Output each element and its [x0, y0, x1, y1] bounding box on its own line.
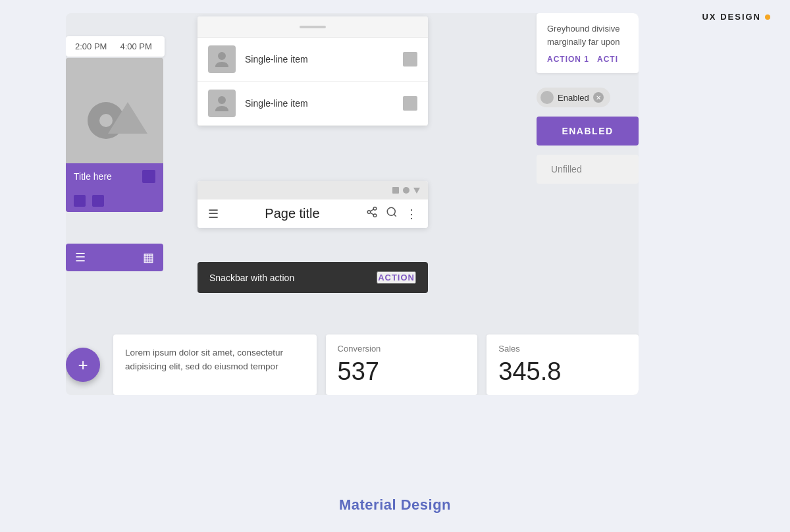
- svg-point-7: [367, 211, 371, 214]
- list-panel: Single-line item Single-line item: [198, 16, 428, 126]
- svg-point-3: [99, 114, 113, 127]
- svg-line-10: [370, 209, 373, 211]
- app-bar-toolbar: ☰ Page title ⋮: [198, 200, 428, 228]
- branding-text: UX DESIGN: [702, 12, 761, 22]
- fab-button[interactable]: +: [66, 348, 100, 382]
- branding: UX DESIGN: [702, 12, 770, 22]
- media-card-title: Title here: [74, 171, 112, 182]
- list-item-text-2: Single-line item: [245, 98, 394, 109]
- conversion-metric-card: Conversion 537: [326, 334, 478, 395]
- chip[interactable]: Enabled ✕: [537, 88, 610, 107]
- svg-point-4: [218, 52, 226, 60]
- sales-label: Sales: [498, 344, 627, 354]
- window-control-triangle: [413, 188, 420, 194]
- avatar-icon-2: [213, 94, 231, 113]
- list-item-control-2[interactable]: [403, 96, 417, 111]
- list-item-control-1[interactable]: [403, 52, 417, 66]
- app-bar-window-controls: [198, 181, 428, 200]
- svg-line-9: [370, 213, 373, 215]
- enabled-button[interactable]: ENABLED: [537, 117, 639, 146]
- share-icon[interactable]: [366, 206, 378, 221]
- fab-icon: +: [78, 355, 88, 375]
- list-item-text-1: Single-line item: [245, 54, 394, 65]
- list-item[interactable]: Single-line item: [198, 38, 428, 82]
- app-bar: ☰ Page title ⋮: [198, 181, 428, 228]
- preview-box: 2:00 PM 4:00 PM Title here ☰: [66, 13, 639, 395]
- sales-value: 345.8: [498, 358, 627, 386]
- media-card-actions: [66, 190, 163, 212]
- card-snippet-text: Greyhound divisive marginally far upon: [547, 22, 628, 48]
- list-item[interactable]: Single-line item: [198, 82, 428, 126]
- cal-icon1[interactable]: ☰: [75, 250, 86, 265]
- footer-label: Material Design: [339, 496, 451, 514]
- media-card: Title here: [66, 58, 163, 212]
- avatar-icon-1: [213, 50, 231, 68]
- lorem-text: Lorem ipsum dolor sit amet, consectetur …: [125, 346, 305, 374]
- media-card-icon: [142, 170, 155, 183]
- more-vert-icon[interactable]: ⋮: [406, 207, 417, 221]
- card-actions: ACTION 1 ACTI: [547, 55, 628, 64]
- card-action-1-button[interactable]: ACTION 1: [547, 55, 589, 64]
- chip-label: Enabled: [558, 93, 589, 103]
- lorem-text-card: Lorem ipsum dolor sit amet, consectetur …: [113, 334, 317, 395]
- list-item-avatar-2: [208, 90, 236, 117]
- time-strip: 2:00 PM 4:00 PM: [66, 36, 165, 57]
- snackbar-message: Snackbar with action: [209, 273, 294, 283]
- right-panel: Greyhound divisive marginally far upon A…: [537, 13, 639, 184]
- svg-point-5: [218, 96, 226, 104]
- cal-stripe: ☰ ▦: [66, 244, 163, 271]
- list-panel-handle: [300, 26, 326, 28]
- branding-dot: [765, 14, 770, 20]
- card-snippet: Greyhound divisive marginally far upon A…: [537, 13, 639, 73]
- snackbar: Snackbar with action ACTION: [198, 262, 428, 293]
- svg-point-8: [373, 214, 377, 217]
- conversion-value: 537: [338, 358, 466, 386]
- bottom-cards-row: + Lorem ipsum dolor sit amet, consectetu…: [66, 334, 639, 395]
- window-control-square: [392, 187, 399, 194]
- unfilled-button[interactable]: Unfilled: [537, 155, 639, 184]
- list-item-avatar-1: [208, 45, 236, 73]
- media-card-image: [66, 58, 163, 163]
- media-action-icon2: [92, 195, 104, 207]
- search-icon[interactable]: [386, 206, 398, 221]
- media-card-title-bar: Title here: [66, 163, 163, 190]
- card-action-2-button[interactable]: ACTI: [597, 55, 618, 64]
- chip-close-icon[interactable]: ✕: [593, 92, 604, 103]
- media-action-icon1: [74, 195, 86, 207]
- conversion-label: Conversion: [338, 344, 466, 354]
- cal-icon2[interactable]: ▦: [143, 250, 154, 265]
- time2: 4:00 PM: [120, 41, 151, 51]
- sales-metric-card: Sales 345.8: [487, 334, 639, 395]
- menu-icon[interactable]: ☰: [208, 207, 219, 221]
- page-title: Page title: [226, 206, 358, 221]
- svg-point-6: [373, 207, 377, 211]
- time1: 2:00 PM: [75, 41, 107, 51]
- svg-point-11: [387, 207, 395, 215]
- svg-line-12: [394, 214, 396, 216]
- chip-avatar: [540, 91, 554, 104]
- list-panel-header: [198, 16, 428, 38]
- media-placeholder-svg: [78, 74, 151, 147]
- window-control-circle: [403, 187, 409, 194]
- snackbar-action-button[interactable]: ACTION: [377, 271, 416, 284]
